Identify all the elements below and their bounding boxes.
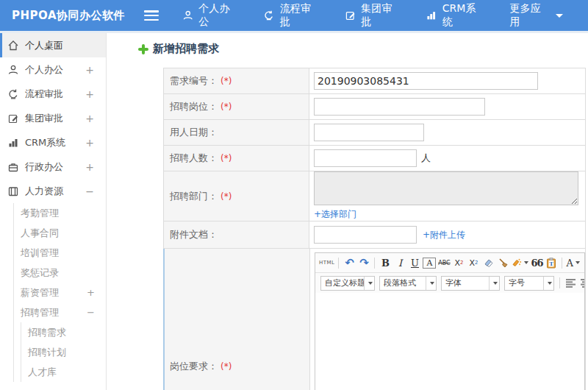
format-brush-icon[interactable] xyxy=(496,255,509,270)
field-label: 招聘部门：(*) xyxy=(164,171,309,221)
sidebar-item-group-approval[interactable]: 集团审批 + xyxy=(0,106,106,130)
nav-item-group-approval[interactable]: 集团审批 xyxy=(345,2,401,29)
sidebar-item-attendance[interactable]: 考勤管理 xyxy=(14,203,106,223)
hire-date-input[interactable] xyxy=(314,124,424,141)
sidebar-item-admin-office[interactable]: 行政办公 + xyxy=(0,155,106,179)
form-row-department: 招聘部门：(*) +选择部门 xyxy=(163,171,586,221)
recruit-submenu: 招聘需求 招聘计划 人才库 xyxy=(21,322,106,382)
sidebar-item-recruit-plan[interactable]: 招聘计划 xyxy=(21,342,106,362)
redo-icon[interactable]: ↷ xyxy=(357,255,370,270)
sidebar-item-recruit-demand[interactable]: 招聘需求 xyxy=(21,322,106,342)
position-input[interactable] xyxy=(314,98,485,116)
recruit-demand-form: 需求编号：(*) 招聘岗位：(*) 用人日期： 招聘人数：(*) xyxy=(163,68,586,390)
form-row-demand-no: 需求编号：(*) xyxy=(163,68,586,94)
align-center-icon[interactable] xyxy=(578,276,584,291)
sidebar-item-recruit-mgmt[interactable]: 招聘管理 − xyxy=(14,302,106,322)
collapse-icon[interactable]: − xyxy=(85,185,94,197)
sidebar-item-workflow-approval[interactable]: 流程审批 + xyxy=(0,82,106,106)
background-color-button[interactable]: a xyxy=(581,255,584,270)
app-logo: PHPOA协同办公软件 xyxy=(0,9,134,23)
home-icon xyxy=(7,40,19,52)
sidebar-item-training[interactable]: 培训管理 xyxy=(14,243,106,263)
main-content: 新增招聘需求 需求编号：(*) 招聘岗位：(*) 用人日期： xyxy=(107,33,588,390)
superscript-button[interactable]: X2 xyxy=(452,255,465,270)
sidebar-item-label: 人力资源 xyxy=(25,185,85,198)
id-card-icon xyxy=(7,185,19,197)
font-family-select[interactable]: 字体 xyxy=(441,276,500,291)
font-color-button[interactable]: A xyxy=(566,255,579,270)
undo-icon[interactable]: ↶ xyxy=(343,255,356,270)
required-marker: (*) xyxy=(220,191,232,202)
field-label: 需求编号：(*) xyxy=(164,68,309,93)
subscript-button[interactable]: X2 xyxy=(467,255,480,270)
html-source-button[interactable]: HTML xyxy=(319,255,334,270)
form-row-requirements: 岗位要求：(*) HTML ↶ ↷ B I U A ABC xyxy=(163,249,586,390)
form-row-headcount: 招聘人数：(*) 人 xyxy=(163,146,586,171)
nav-item-workflow-approval[interactable]: 流程审批 xyxy=(263,2,320,29)
sidebar-item-rewards[interactable]: 奖惩记录 xyxy=(14,263,106,283)
expand-icon[interactable]: + xyxy=(85,88,94,100)
nav-item-label: 流程审批 xyxy=(280,2,320,29)
expand-icon[interactable]: + xyxy=(85,161,94,173)
top-navbar: PHPOA协同办公软件 个人办公 流程审批 集团审批 CRM系统 更多应用 xyxy=(0,0,588,31)
user-icon xyxy=(7,64,19,76)
caret-down-icon xyxy=(524,261,528,264)
highlight-pen-icon[interactable] xyxy=(511,255,528,270)
rich-text-editor: HTML ↶ ↷ B I U A ABC X2 X2 xyxy=(315,252,585,390)
sidebar-item-label: CRM系统 xyxy=(25,136,85,149)
edit-icon xyxy=(345,10,356,21)
attachment-input[interactable] xyxy=(314,226,417,244)
paste-clipboard-icon[interactable]: T xyxy=(545,255,558,270)
department-textarea[interactable] xyxy=(314,171,578,205)
caret-down-icon xyxy=(556,14,563,18)
form-row-position: 招聘岗位：(*) xyxy=(163,94,586,120)
sidebar-item-personal-office[interactable]: 个人办公 + xyxy=(0,57,106,82)
italic-button[interactable]: I xyxy=(393,255,406,270)
sidebar-item-talent-pool[interactable]: 人才库 xyxy=(21,362,106,382)
caret-down-icon xyxy=(368,282,373,285)
sidebar-item-crm[interactable]: CRM系统 + xyxy=(0,130,106,155)
expand-icon[interactable]: + xyxy=(87,287,95,298)
sidebar: 个人桌面 个人办公 + 流程审批 + 集团审批 + CRM系统 + 行政办公 +… xyxy=(0,33,107,390)
font-border-button[interactable]: A xyxy=(423,258,436,269)
align-left-icon[interactable] xyxy=(564,276,577,291)
sidebar-item-hr-contract[interactable]: 人事合同 xyxy=(14,223,106,243)
paragraph-format-select[interactable]: 段落格式 xyxy=(379,276,437,291)
expand-icon[interactable]: + xyxy=(85,113,94,124)
attachment-upload-link[interactable]: +附件上传 xyxy=(423,229,465,241)
form-row-attachment: 附件文档： +附件上传 xyxy=(163,221,586,249)
editor-toolbar-row1: HTML ↶ ↷ B I U A ABC X2 X2 xyxy=(315,253,584,273)
underline-button[interactable]: U xyxy=(408,255,421,270)
demand-no-input[interactable] xyxy=(314,72,538,90)
editor-content-area[interactable] xyxy=(315,293,584,390)
sidebar-item-personal-desktop[interactable]: 个人桌面 xyxy=(0,33,106,57)
expand-icon[interactable]: + xyxy=(85,137,94,149)
nav-item-more-apps[interactable]: 更多应用 xyxy=(509,2,563,29)
required-marker: (*) xyxy=(220,361,232,372)
blockquote-button[interactable]: 66 xyxy=(530,255,543,270)
hr-submenu: 考勤管理 人事合同 培训管理 奖惩记录 薪资管理 + 招聘管理 − 招聘需求 招… xyxy=(13,203,106,382)
sidebar-item-hr[interactable]: 人力资源 − xyxy=(0,179,106,203)
sidebar-item-label: 个人桌面 xyxy=(25,39,106,52)
collapse-icon[interactable]: − xyxy=(87,307,95,318)
select-department-link[interactable]: +选择部门 xyxy=(314,208,356,221)
custom-title-select[interactable]: 自定义标题 xyxy=(320,276,375,291)
top-menu: 个人办公 流程审批 集团审批 CRM系统 更多应用 xyxy=(182,2,588,29)
sidebar-item-salary[interactable]: 薪资管理 + xyxy=(14,283,106,302)
expand-icon[interactable]: + xyxy=(85,64,94,76)
required-marker: (*) xyxy=(220,153,232,163)
bar-chart-icon xyxy=(426,10,437,21)
nav-item-crm[interactable]: CRM系统 xyxy=(426,2,484,29)
headcount-input[interactable] xyxy=(314,149,417,167)
hamburger-icon[interactable] xyxy=(144,10,159,21)
required-marker: (*) xyxy=(220,102,232,112)
strikethrough-button[interactable]: ABC xyxy=(437,255,451,270)
font-size-select[interactable]: 字号 xyxy=(504,276,554,291)
nav-item-personal-office[interactable]: 个人办公 xyxy=(182,2,239,29)
field-label: 岗位要求：(*) xyxy=(165,249,310,390)
process-icon xyxy=(7,88,19,100)
field-label: 用人日期： xyxy=(164,120,309,145)
add-plus-icon xyxy=(138,44,148,54)
eraser-icon[interactable] xyxy=(481,255,495,270)
bold-button[interactable]: B xyxy=(379,255,392,270)
